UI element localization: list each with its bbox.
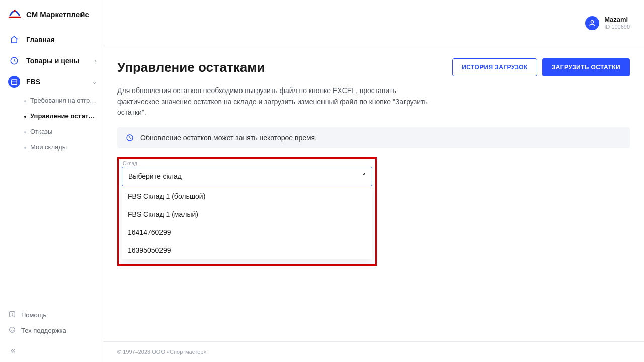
support-label: Тех поддержка [21,327,66,334]
header-actions: ИСТОРИЯ ЗАГРУЗОК ЗАГРУЗИТЬ ОСТАТКИ [452,58,630,76]
svg-rect-2 [12,80,17,84]
subnav-refusals[interactable]: Отказы [24,124,97,139]
avatar [585,16,599,30]
help-link[interactable]: Помощь [8,307,95,323]
support-icon [8,326,16,335]
fbs-subnav: Требования на отгру... Управление остатк… [0,93,103,155]
page-description: Для обновления остатков необходимо выгру… [117,85,429,118]
brand-logo-icon [8,9,21,19]
subnav-shipments[interactable]: Требования на отгру... [24,93,97,108]
nav-label: FBS [26,78,40,86]
page-title: Управление остатками [117,60,265,75]
history-button[interactable]: ИСТОРИЯ ЗАГРУЗОК [452,58,537,76]
chevron-down-icon: ⌄ [92,79,97,85]
svg-point-4 [12,315,12,316]
nav-label: Главная [26,36,55,44]
subnav-warehouses[interactable]: Мои склады [24,139,97,155]
info-banner: Обновление остатков может занять некотор… [117,127,630,148]
help-icon [8,310,16,320]
svg-point-0 [14,10,16,12]
warehouse-option[interactable]: 16414760299 [122,223,372,241]
chevron-right-icon: › [95,58,97,64]
user-name: Mazami [604,16,630,23]
home-icon [8,34,20,46]
svg-point-5 [10,327,15,333]
collapse-sidebar-button[interactable] [0,343,103,362]
warehouse-select-highlight: Склад Выберите склад ˄ FBS Склад 1 (боль… [117,157,377,266]
sidebar: СМ Маркетплейс Главная Товары и цены › [0,0,103,362]
info-text: Обновление остатков может занять некотор… [140,134,317,142]
support-link[interactable]: Тех поддержка [8,323,95,338]
main-nav: Главная Товары и цены › FBS ⌄ Требования… [0,29,103,307]
copyright: © 1997–2023 ООО «Спортмастер» [117,349,207,355]
nav-label: Товары и цены [26,57,79,65]
svg-point-6 [591,20,594,23]
chevron-up-icon: ˄ [363,173,366,180]
select-value: Выберите склад [128,172,182,180]
footer: © 1997–2023 ООО «Спортмастер» [103,341,644,362]
sidebar-bottom: Помощь Тех поддержка [0,307,103,343]
box-icon [8,76,20,88]
sidebar-item-fbs[interactable]: FBS ⌄ [0,71,103,93]
upload-button[interactable]: ЗАГРУЗИТЬ ОСТАТКИ [542,58,630,76]
sidebar-item-home[interactable]: Главная [0,29,103,50]
warehouse-option[interactable]: FBS Склад 1 (малый) [122,205,372,223]
main-area: Mazami ID 100690 Управление остатками ИС… [103,0,644,362]
pricetag-icon [8,55,20,67]
sidebar-item-products[interactable]: Товары и цены › [0,50,103,71]
select-label: Склад [122,161,372,167]
user-block[interactable]: Mazami ID 100690 [585,16,630,30]
info-icon [125,133,134,142]
content: Управление остатками ИСТОРИЯ ЗАГРУЗОК ЗА… [103,46,644,362]
user-id: ID 100690 [604,24,630,30]
warehouse-option[interactable]: 16395050299 [122,241,372,259]
page-header: Управление остатками ИСТОРИЯ ЗАГРУЗОК ЗА… [117,58,630,76]
help-label: Помощь [21,311,46,319]
warehouse-select[interactable]: Выберите склад ˄ [122,167,372,186]
brand-name: СМ Маркетплейс [26,10,89,19]
brand: СМ Маркетплейс [0,0,103,29]
warehouse-options: FBS Склад 1 (большой) FBS Склад 1 (малый… [122,187,372,259]
warehouse-option[interactable]: FBS Склад 1 (большой) [122,187,372,205]
topbar: Mazami ID 100690 [103,0,644,46]
subnav-stock[interactable]: Управление остатками [24,108,97,124]
